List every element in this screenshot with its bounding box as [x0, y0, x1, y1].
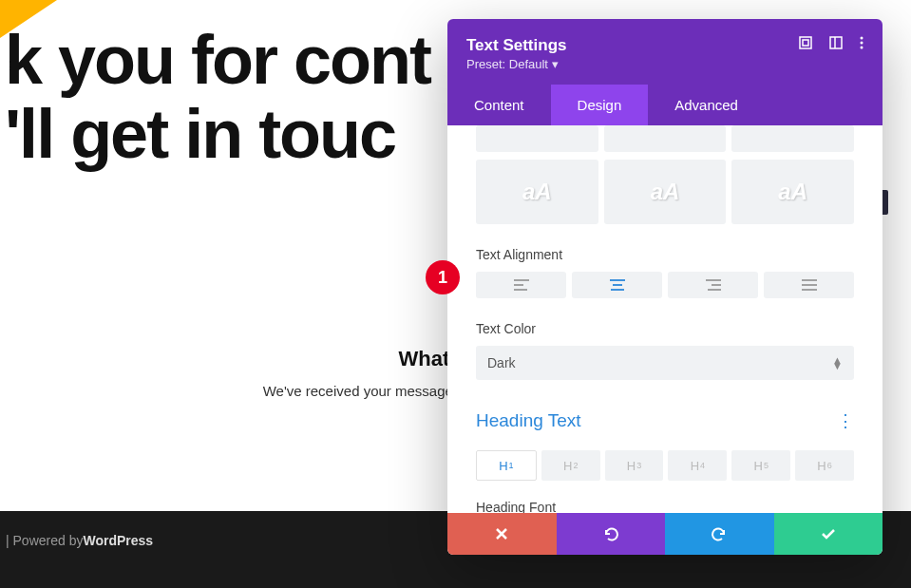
svg-point-5	[861, 42, 864, 45]
svg-rect-0	[800, 37, 811, 48]
align-right-button[interactable]	[668, 272, 758, 298]
text-color-value: Dark	[487, 355, 516, 370]
tab-advanced[interactable]: Advanced	[648, 85, 765, 125]
style-preset[interactable]	[476, 125, 598, 152]
panel-title: Text Settings	[466, 36, 566, 55]
h2-tab[interactable]: H2	[541, 450, 600, 481]
heading-more-icon[interactable]: ⋮	[837, 410, 854, 431]
callout-marker-1: 1	[426, 260, 460, 294]
heading-font-label: Heading Font	[476, 500, 854, 513]
style-preset[interactable]	[604, 125, 727, 152]
panel-body: aA aA aA Text Alignment Text Color Dark …	[447, 125, 883, 513]
action-bar	[447, 513, 883, 555]
preset-dropdown[interactable]: Preset: Default ▾	[466, 57, 566, 71]
save-button[interactable]	[774, 513, 883, 555]
align-center-button[interactable]	[572, 272, 662, 298]
svg-rect-1	[803, 40, 808, 46]
panel-tabs: Content Design Advanced	[447, 85, 883, 125]
redo-button[interactable]	[665, 513, 774, 555]
footer-text: | Powered by	[6, 533, 83, 548]
bottom-strip	[0, 570, 911, 588]
h4-tab[interactable]: H4	[668, 450, 727, 481]
style-preset-big[interactable]: aA	[476, 160, 598, 224]
h5-tab[interactable]: H5	[731, 450, 790, 481]
text-color-select[interactable]: Dark ▲▼	[476, 346, 854, 380]
svg-rect-2	[830, 37, 842, 48]
delete-button[interactable]	[447, 513, 557, 555]
svg-point-4	[861, 37, 864, 40]
text-color-label: Text Color	[476, 321, 854, 336]
undo-button[interactable]	[557, 513, 666, 555]
h1-tab[interactable]: H1	[476, 450, 537, 481]
more-icon[interactable]	[860, 36, 864, 52]
heading-text-section[interactable]: Heading Text	[476, 410, 581, 431]
select-arrows-icon: ▲▼	[832, 357, 843, 369]
tab-design[interactable]: Design	[551, 85, 649, 125]
align-left-button[interactable]	[476, 272, 566, 298]
sidebar-icon[interactable]	[829, 36, 843, 52]
panel-header: Text Settings Preset: Default ▾	[447, 19, 883, 85]
style-preset-big[interactable]: aA	[604, 160, 727, 224]
h3-tab[interactable]: H3	[605, 450, 664, 481]
svg-point-6	[861, 47, 864, 49]
tab-content[interactable]: Content	[447, 85, 551, 125]
h6-tab[interactable]: H6	[795, 450, 854, 481]
style-preset[interactable]	[731, 125, 854, 152]
expand-icon[interactable]	[799, 36, 812, 52]
style-preset-big[interactable]: aA	[731, 160, 854, 224]
text-alignment-label: Text Alignment	[476, 247, 854, 262]
align-justify-button[interactable]	[764, 272, 854, 298]
settings-panel: Text Settings Preset: Default ▾ Content …	[447, 19, 883, 555]
footer-brand: WordPress	[83, 533, 153, 548]
